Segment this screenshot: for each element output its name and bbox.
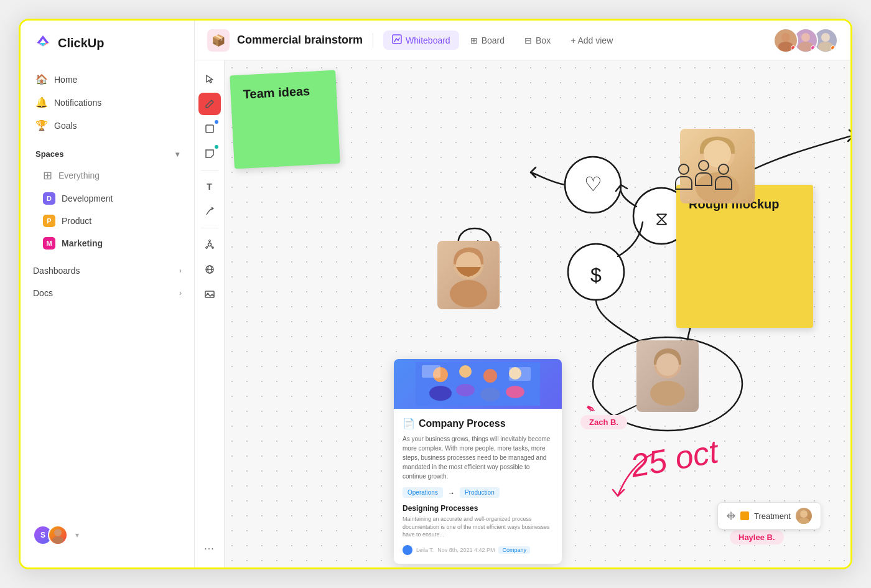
svg-point-29	[565, 157, 621, 213]
topbar-right	[773, 28, 838, 53]
main-content: 📦 Commercial brainstorm Whiteboard ⊞ Boa…	[195, 21, 850, 567]
more-tools[interactable]: ···	[198, 538, 221, 560]
user-avatars[interactable]: S	[33, 525, 68, 545]
board-tab-icon: ⊞	[470, 35, 478, 45]
everything-label: Everything	[58, 170, 100, 180]
dashboards-expandable[interactable]: Dashboards ›	[21, 259, 194, 282]
doc-card-subdesc: Maintaining an accurate and well-organiz…	[403, 515, 553, 539]
select-tool[interactable]	[198, 68, 221, 90]
status-dot-red	[791, 45, 796, 50]
spaces-header[interactable]: Spaces ▾	[33, 147, 182, 164]
chevron-right-icon: ›	[179, 289, 182, 297]
doc-card-footer: Leila T. Nov 8th, 2021 4:42 PM Company	[403, 545, 553, 555]
sticky-note-team-ideas[interactable]: Team ideas	[230, 70, 340, 169]
person-photo-2	[437, 241, 500, 309]
svg-point-33	[568, 244, 624, 300]
chevron-down-icon: ▾	[175, 150, 179, 159]
svg-point-57	[800, 510, 808, 518]
development-label: Development	[62, 194, 113, 203]
person-icon-1	[675, 164, 692, 190]
project-icon: 📦	[207, 29, 230, 52]
svg-text:♡: ♡	[584, 173, 602, 195]
chevron-down-icon: ▾	[75, 531, 79, 539]
person-photo-3	[636, 340, 699, 412]
whiteboard-tab-label: Whiteboard	[406, 35, 450, 45]
pen-tool[interactable]	[198, 93, 221, 115]
sidebar-item-notifications[interactable]: 🔔 Notifications	[28, 91, 187, 114]
sidebar-item-home[interactable]: 🏠 Home	[28, 68, 187, 91]
add-view-label: + Add view	[571, 35, 613, 45]
treatment-tag[interactable]: Treatment	[717, 502, 821, 530]
haylee-name: Haylee B.	[738, 533, 775, 542]
goals-label: Goals	[54, 121, 77, 131]
svg-text:$: $	[590, 264, 602, 286]
everything-icon: ⊞	[43, 169, 52, 182]
connector-tool[interactable]	[198, 200, 221, 223]
toolbar-separator-1	[201, 170, 218, 170]
date-label: Nov 8th, 2021 4:42 PM	[437, 547, 495, 553]
tab-board[interactable]: ⊞ Board	[462, 32, 513, 49]
text-tool[interactable]: T	[198, 175, 221, 198]
development-icon: D	[43, 192, 55, 205]
board-tab-label: Board	[482, 35, 505, 45]
svg-point-5	[52, 536, 63, 544]
globe-tool[interactable]	[198, 258, 221, 281]
author-avatar	[403, 545, 412, 555]
mindmap-tool[interactable]	[198, 233, 221, 256]
svg-point-49	[459, 365, 472, 378]
svg-point-58	[798, 518, 809, 524]
company-tag: Company	[498, 546, 530, 554]
home-label: Home	[54, 75, 77, 85]
svg-point-52	[480, 388, 500, 401]
sidebar-item-marketing[interactable]: M Marketing	[33, 232, 182, 254]
arrow-icon: →	[448, 489, 455, 497]
spaces-section: Spaces ▾ ⊞ Everything D Development P Pr…	[21, 137, 194, 259]
project-title: Commercial brainstorm	[237, 34, 363, 47]
sidebar-item-development[interactable]: D Development	[33, 187, 182, 210]
treatment-label: Treatment	[754, 511, 791, 521]
box-tab-label: Box	[536, 35, 551, 45]
sidebar-item-product[interactable]: P Product	[33, 210, 182, 232]
svg-point-11	[821, 33, 830, 42]
sidebar-item-goals[interactable]: 🏆 Goals	[28, 114, 187, 137]
collaborator-avatars	[773, 28, 838, 53]
ellipsis-icon: ···	[204, 543, 214, 554]
doc-card-flow: Operations → Production	[403, 487, 553, 498]
sticky-note-rough-mockup[interactable]: Rough mockup	[676, 185, 813, 328]
whiteboard-tab-icon	[392, 34, 402, 46]
logo[interactable]: ClickUp	[21, 33, 194, 68]
home-icon: 🏠	[35, 73, 48, 85]
image-tool[interactable]	[198, 283, 221, 306]
product-label: Product	[62, 216, 91, 226]
tab-whiteboard[interactable]: Whiteboard	[383, 30, 459, 50]
clickup-logo-icon	[33, 33, 53, 53]
marketing-label: Marketing	[62, 238, 103, 248]
add-view-button[interactable]: + Add view	[562, 32, 622, 49]
svg-point-50	[456, 384, 475, 396]
box-tab-icon: ⊟	[524, 35, 532, 45]
sidebar-item-everything[interactable]: ⊞ Everything	[33, 164, 182, 187]
chevron-right-icon: ›	[179, 266, 182, 275]
shape-tool[interactable]	[198, 118, 221, 140]
whiteboard-canvas[interactable]: T ···	[195, 60, 850, 567]
product-icon: P	[43, 215, 55, 227]
doc-card-company-process[interactable]: 📄 Company Process As your business grows…	[394, 359, 562, 564]
move-icon	[727, 511, 735, 520]
svg-marker-0	[37, 35, 49, 43]
svg-point-48	[429, 386, 452, 401]
doc-icon: 📄	[403, 418, 415, 429]
drawing-toolbar: T ···	[195, 60, 225, 567]
doc-card-body: 📄 Company Process As your business grows…	[394, 409, 562, 564]
tab-box[interactable]: ⊟ Box	[516, 32, 559, 49]
svg-point-51	[483, 369, 497, 383]
dashboards-label: Dashboards	[33, 266, 80, 276]
svg-point-54	[506, 386, 524, 398]
svg-point-41	[450, 280, 487, 307]
sidebar: ClickUp 🏠 Home 🔔 Notifications 🏆 Goals S…	[21, 21, 195, 567]
docs-expandable[interactable]: Docs ›	[21, 282, 194, 304]
sticky-tool[interactable]	[198, 142, 221, 165]
doc-card-subtitle: Designing Processes	[403, 504, 553, 513]
svg-point-9	[801, 33, 810, 42]
notifications-label: Notifications	[54, 98, 101, 108]
doc-card-header	[394, 359, 562, 409]
